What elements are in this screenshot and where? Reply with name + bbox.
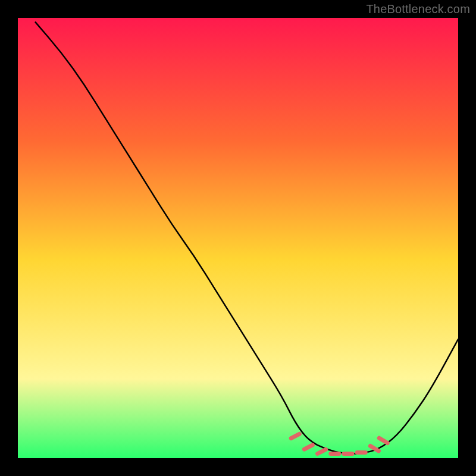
plot-area bbox=[18, 18, 458, 458]
watermark-text: TheBottleneck.com bbox=[366, 2, 470, 16]
plot-svg bbox=[18, 18, 458, 458]
chart-stage: TheBottleneck.com bbox=[0, 0, 476, 476]
